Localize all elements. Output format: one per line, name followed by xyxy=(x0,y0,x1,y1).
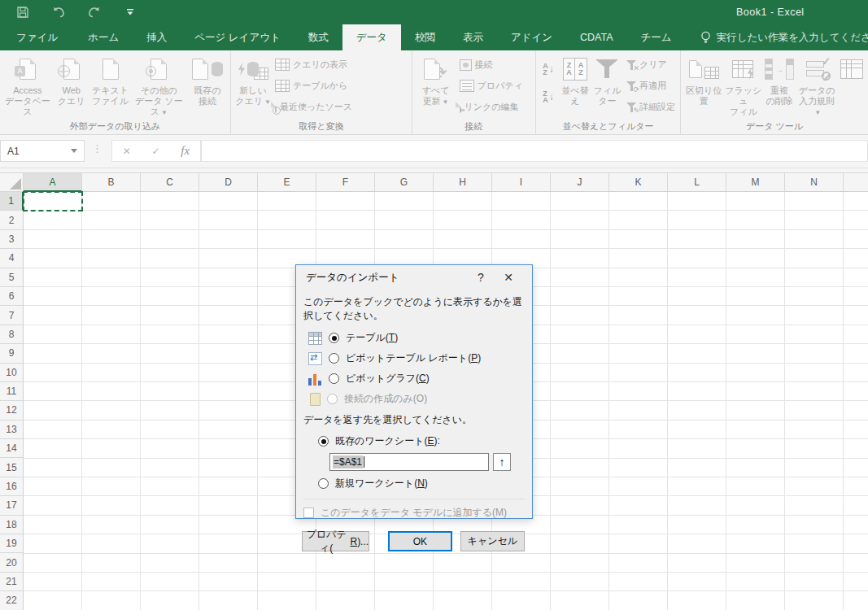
recent-sources-button[interactable]: 最近使ったソース xyxy=(273,98,355,115)
customize-qat-icon[interactable] xyxy=(122,4,138,20)
from-table-button[interactable]: テーブルから xyxy=(273,77,355,94)
row-header[interactable]: 10 xyxy=(0,364,24,382)
column-header[interactable]: L xyxy=(668,172,726,192)
consolidate-button-partial[interactable] xyxy=(837,53,866,85)
tab-page-layout[interactable]: ページ レイアウト xyxy=(181,24,294,50)
sort-descending-button[interactable]: ZA ↓ xyxy=(539,87,558,107)
sort-button[interactable]: ZAAZ 並べ替え xyxy=(558,53,592,107)
row-header[interactable]: 21 xyxy=(0,573,24,591)
ok-button[interactable]: OK xyxy=(388,531,452,551)
tab-formulas[interactable]: 数式 xyxy=(294,24,342,50)
access-database-button[interactable]: A Accessデータベース xyxy=(2,53,53,117)
row-header[interactable]: 11 xyxy=(0,382,24,401)
row-header[interactable]: 14 xyxy=(0,439,24,458)
radio-pivot-table[interactable] xyxy=(329,353,339,364)
radio-table[interactable] xyxy=(329,333,339,343)
column-header[interactable]: J xyxy=(551,172,609,192)
cancel-entry-icon[interactable]: ✕ xyxy=(123,146,131,157)
save-icon[interactable] xyxy=(15,4,31,20)
row-header[interactable]: 2 xyxy=(0,211,24,229)
row-header[interactable]: 3 xyxy=(0,230,24,249)
destination-range-input[interactable]: =$A$1 xyxy=(329,453,489,471)
radio-pivot-chart[interactable] xyxy=(329,373,339,384)
tab-team[interactable]: チーム xyxy=(627,24,686,50)
option-pivot-chart[interactable]: ピボットグラフ(C) xyxy=(303,368,525,389)
radio-existing-worksheet[interactable] xyxy=(318,436,329,447)
data-validation-button[interactable]: ✓ データの 入力規則▼ xyxy=(796,53,837,118)
text-to-columns-button[interactable]: 区切り位置 xyxy=(683,53,724,107)
column-header[interactable]: B xyxy=(82,172,141,192)
insert-function-icon[interactable]: fx xyxy=(181,144,190,158)
properties-dialog-button[interactable]: プロパティ(R)... xyxy=(302,531,369,551)
flash-fill-button[interactable]: フラッシュフィル xyxy=(724,53,762,117)
row-header[interactable]: 15 xyxy=(0,458,24,477)
tab-addins[interactable]: アドイン xyxy=(497,24,566,50)
text-file-button[interactable]: テキストファイル xyxy=(90,53,131,107)
refresh-all-button[interactable]: ⟳ すべて 更新▼ xyxy=(415,53,457,107)
existing-connections-button[interactable]: 既存の接続 xyxy=(187,53,228,107)
tell-me-box[interactable]: 実行したい作業を入力してください xyxy=(686,24,868,50)
tab-file[interactable]: ファイル xyxy=(0,24,74,50)
row-header[interactable]: 7 xyxy=(0,306,24,325)
column-header[interactable]: A xyxy=(24,172,82,192)
filter-button[interactable]: フィルター xyxy=(592,53,622,107)
row-header[interactable]: 16 xyxy=(0,477,24,496)
new-query-button[interactable]: 新しい クエリ▼ xyxy=(233,53,273,107)
tab-view[interactable]: 表示 xyxy=(449,24,497,50)
sort-ascending-button[interactable]: AZ ↓ xyxy=(539,59,558,79)
row-header[interactable]: 13 xyxy=(0,420,24,439)
column-header[interactable]: G xyxy=(375,172,434,192)
close-icon[interactable]: ✕ xyxy=(495,265,522,290)
clear-filter-button[interactable]: ✕ クリア xyxy=(622,56,678,73)
row-header[interactable]: 18 xyxy=(0,516,24,534)
row-header[interactable]: 17 xyxy=(0,496,24,515)
remove-duplicates-button[interactable]: → 重複の削除 xyxy=(762,53,796,107)
column-header[interactable]: E xyxy=(258,172,316,192)
range-picker-button[interactable]: ↑ xyxy=(493,453,511,471)
tab-home[interactable]: ホーム xyxy=(74,24,133,50)
web-query-button[interactable]: Webクエリ xyxy=(53,53,90,107)
row-header[interactable]: 22 xyxy=(0,591,24,610)
properties-button[interactable]: プロパティ xyxy=(457,77,526,94)
row-header[interactable]: 20 xyxy=(0,553,24,572)
other-sources-button[interactable]: その他の データ ソース▼ xyxy=(130,53,187,118)
option-table[interactable]: テーブル(T) xyxy=(303,328,525,348)
edit-links-button[interactable]: ∞ リンクの編集 xyxy=(457,98,526,115)
row-header[interactable]: 6 xyxy=(0,287,24,306)
cancel-button[interactable]: キャンセル xyxy=(460,531,525,551)
name-box[interactable]: A1 xyxy=(0,140,85,162)
radio-new-worksheet[interactable] xyxy=(318,478,329,489)
undo-icon[interactable] xyxy=(50,4,67,20)
show-queries-button[interactable]: クエリの表示 xyxy=(273,56,355,73)
redo-icon[interactable] xyxy=(86,4,103,20)
row-header[interactable]: 5 xyxy=(0,268,24,287)
column-header[interactable] xyxy=(844,172,868,192)
row-header[interactable]: 4 xyxy=(0,249,24,268)
row-header[interactable]: 19 xyxy=(0,534,24,553)
help-icon[interactable]: ? xyxy=(467,265,495,290)
tab-insert[interactable]: 挿入 xyxy=(133,24,181,50)
row-header[interactable]: 9 xyxy=(0,344,24,363)
confirm-entry-icon[interactable]: ✓ xyxy=(152,146,160,157)
row-header[interactable]: 1 xyxy=(0,192,24,211)
connections-button[interactable]: 接続 xyxy=(457,56,526,73)
column-header[interactable]: I xyxy=(492,172,551,192)
tab-cdata[interactable]: CDATA xyxy=(566,24,627,50)
reapply-button[interactable]: ⟳ 再適用 xyxy=(622,77,678,94)
column-header[interactable]: M xyxy=(726,172,785,192)
column-header[interactable]: F xyxy=(316,172,375,192)
select-all-corner[interactable] xyxy=(0,172,24,192)
option-existing-worksheet[interactable]: 既存のワークシート(E): xyxy=(303,432,525,451)
option-pivot-table[interactable]: ピボットテーブル レポート(P) xyxy=(303,348,525,368)
row-header[interactable]: 8 xyxy=(0,325,24,344)
column-header[interactable]: N xyxy=(785,172,844,192)
column-header[interactable]: H xyxy=(434,172,492,192)
column-header[interactable]: D xyxy=(199,172,258,192)
tab-data[interactable]: データ xyxy=(342,24,401,50)
advanced-filter-button[interactable]: ✎ 詳細設定 xyxy=(622,98,678,115)
tab-review[interactable]: 校閲 xyxy=(401,24,449,50)
column-header[interactable]: K xyxy=(609,172,668,192)
formula-input[interactable] xyxy=(201,140,868,162)
row-header[interactable]: 12 xyxy=(0,401,24,420)
column-header[interactable]: C xyxy=(141,172,199,192)
